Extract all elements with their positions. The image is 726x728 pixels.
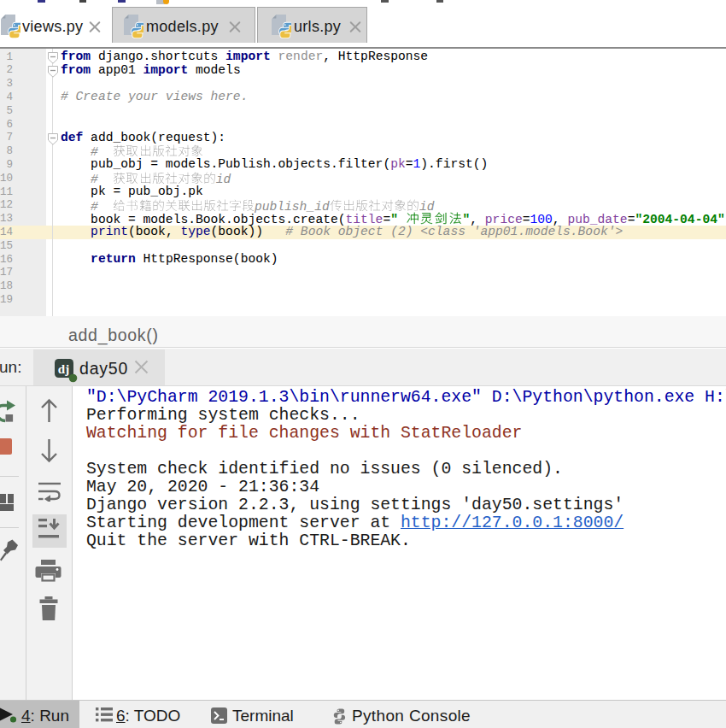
svg-text:dj: dj [58, 361, 69, 375]
